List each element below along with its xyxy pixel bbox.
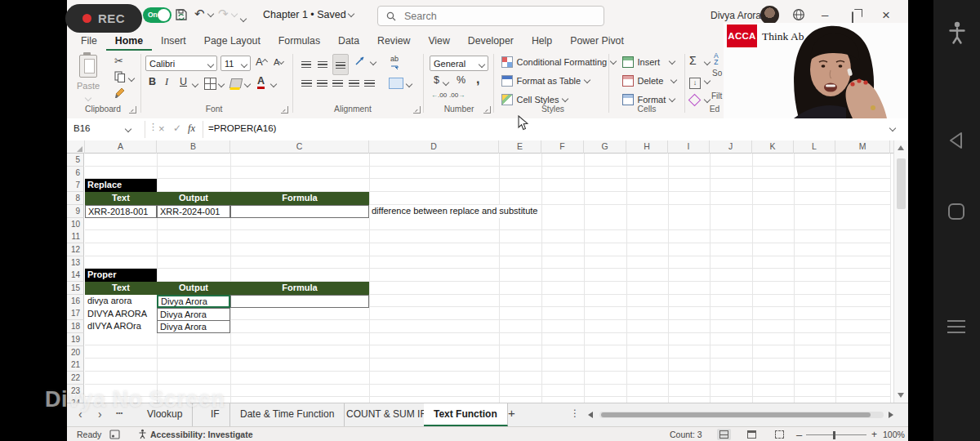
paste-button[interactable]: Paste: [77, 55, 100, 105]
insert-function-icon[interactable]: fx: [188, 122, 195, 135]
column-header-m[interactable]: M: [835, 140, 890, 154]
fill-color-chevron-icon[interactable]: [244, 81, 251, 87]
borders-chevron-icon[interactable]: [218, 81, 225, 87]
font-color-button[interactable]: A: [257, 75, 265, 87]
cell-a7-replace-title[interactable]: Replace: [85, 179, 157, 192]
decrease-decimal-button[interactable]: .00→: [449, 91, 465, 99]
column-header-c[interactable]: C: [230, 140, 369, 154]
cell-a18[interactable]: dIVYA AROra: [85, 320, 157, 333]
cell-b8-header[interactable]: Output: [157, 192, 230, 205]
scroll-down-icon[interactable]: [898, 393, 904, 398]
clear-button[interactable]: [690, 93, 699, 108]
number-format-select[interactable]: General: [430, 56, 488, 71]
search-box[interactable]: [377, 6, 604, 26]
ribbon-tab-insert[interactable]: Insert: [152, 33, 195, 51]
middle-align-button[interactable]: [318, 56, 327, 71]
ribbon-tab-power-pivot[interactable]: Power Pivot: [561, 33, 633, 51]
column-header-i[interactable]: I: [668, 140, 710, 154]
decrease-indent-button[interactable]: [349, 77, 359, 91]
ribbon-tab-view[interactable]: View: [419, 33, 458, 51]
page-break-view-button[interactable]: [773, 429, 786, 440]
screen-recorder-badge[interactable]: REC: [65, 4, 142, 33]
cell-b15-header[interactable]: Output: [157, 282, 230, 295]
cell-a14-proper-title[interactable]: Proper: [85, 269, 157, 282]
redo-button[interactable]: ↷: [218, 7, 237, 21]
cell-c15-header[interactable]: Formula: [230, 282, 369, 295]
row-header-10[interactable]: 10: [67, 218, 84, 231]
merge-chevron-icon[interactable]: [406, 81, 412, 87]
fill-color-button[interactable]: [230, 77, 242, 91]
column-header-a[interactable]: A: [85, 140, 157, 154]
ribbon-tab-home[interactable]: Home: [106, 33, 152, 51]
sheet-tab-date-time[interactable]: Date & Time Function: [230, 403, 345, 426]
cell-a15-header[interactable]: Text: [85, 282, 157, 295]
orientation-button[interactable]: [354, 55, 366, 69]
cell-c8-header[interactable]: Formula: [230, 192, 369, 205]
wrap-text-button[interactable]: ab: [390, 55, 400, 71]
row-header-14[interactable]: 14: [67, 269, 84, 282]
accessibility-icon[interactable]: [137, 429, 148, 441]
cell-d9-note[interactable]: difference between replace and substitut…: [369, 205, 540, 218]
accessibility-shortcut-icon[interactable]: [948, 21, 966, 47]
ribbon-tab-formulas[interactable]: Formulas: [270, 33, 329, 51]
alignment-dialog-launcher-icon[interactable]: [413, 106, 421, 114]
row-header-12[interactable]: 12: [67, 243, 84, 256]
column-header-k[interactable]: K: [752, 140, 794, 154]
percent-button[interactable]: %: [457, 74, 466, 86]
ribbon-tab-data[interactable]: Data: [329, 33, 368, 51]
hscroll-left-icon[interactable]: [588, 412, 593, 418]
android-back-icon[interactable]: [947, 131, 964, 154]
cell-b18[interactable]: Divya Arora: [157, 320, 230, 333]
align-center-button[interactable]: [317, 77, 327, 91]
vertical-scroll-thumb[interactable]: [897, 158, 906, 209]
record-toggle[interactable]: On: [143, 7, 172, 23]
align-left-button[interactable]: [301, 77, 312, 91]
customize-quick-access-button[interactable]: [241, 11, 246, 26]
formula-input[interactable]: =PROPER(A16): [208, 123, 276, 133]
cut-button[interactable]: ✂: [114, 55, 123, 67]
hscroll-right-icon[interactable]: [889, 412, 893, 418]
page-layout-view-button[interactable]: [745, 429, 759, 440]
network-globe-icon[interactable]: [792, 8, 805, 24]
formula-bar-expand-icon[interactable]: [889, 125, 896, 131]
cancel-icon[interactable]: ×: [158, 122, 165, 135]
row-header-5[interactable]: 5: [67, 154, 84, 167]
cell-b17[interactable]: Divya Arora: [157, 308, 230, 321]
increase-decimal-button[interactable]: ←.00: [431, 91, 447, 99]
sort-filter-button[interactable]: A Z: [714, 52, 719, 65]
name-box-chevron-icon[interactable]: [125, 126, 131, 132]
font-name-select[interactable]: Calibri: [145, 56, 217, 71]
undo-button[interactable]: ↶: [194, 7, 213, 21]
horizontal-scroll-thumb[interactable]: [601, 412, 871, 417]
row-header-17[interactable]: 17: [67, 307, 84, 320]
cell-a9[interactable]: XRR-2018-001: [85, 205, 157, 218]
row-header-6[interactable]: 6: [67, 167, 84, 180]
autosave-save-icon[interactable]: [174, 7, 189, 25]
scroll-up-icon[interactable]: [898, 145, 904, 150]
sheet-tab-count-sumif[interactable]: COUNT & SUM IF: [336, 403, 437, 426]
clipboard-dialog-launcher-icon[interactable]: [129, 106, 136, 114]
italic-button[interactable]: I: [165, 76, 168, 88]
row-header-13[interactable]: 13: [67, 256, 84, 270]
zoom-slider-thumb[interactable]: [833, 431, 835, 439]
comma-style-button[interactable]: ,: [476, 72, 479, 87]
increase-indent-button[interactable]: [364, 77, 375, 91]
row-header-19[interactable]: 19: [67, 333, 84, 346]
zoom-level[interactable]: 100%: [883, 430, 905, 439]
bottom-align-button[interactable]: [332, 54, 349, 75]
fill-button[interactable]: ↓: [689, 74, 701, 89]
align-right-button[interactable]: [332, 77, 343, 91]
currency-button[interactable]: $: [434, 74, 439, 86]
add-sheet-button[interactable]: +: [508, 406, 515, 420]
macro-record-icon[interactable]: [109, 430, 120, 441]
ribbon-tab-help[interactable]: Help: [523, 33, 561, 51]
grow-font-button[interactable]: A: [256, 56, 267, 68]
user-name[interactable]: Divya Arora: [710, 10, 761, 21]
merge-center-button[interactable]: [389, 78, 403, 92]
avatar[interactable]: [760, 6, 779, 24]
row-header-7[interactable]: 7: [67, 179, 84, 192]
clear-chevron-icon[interactable]: [704, 96, 710, 103]
font-size-select[interactable]: 11: [220, 56, 251, 71]
ribbon-tab-review[interactable]: Review: [368, 33, 419, 51]
minimize-button[interactable]: –: [822, 7, 828, 21]
